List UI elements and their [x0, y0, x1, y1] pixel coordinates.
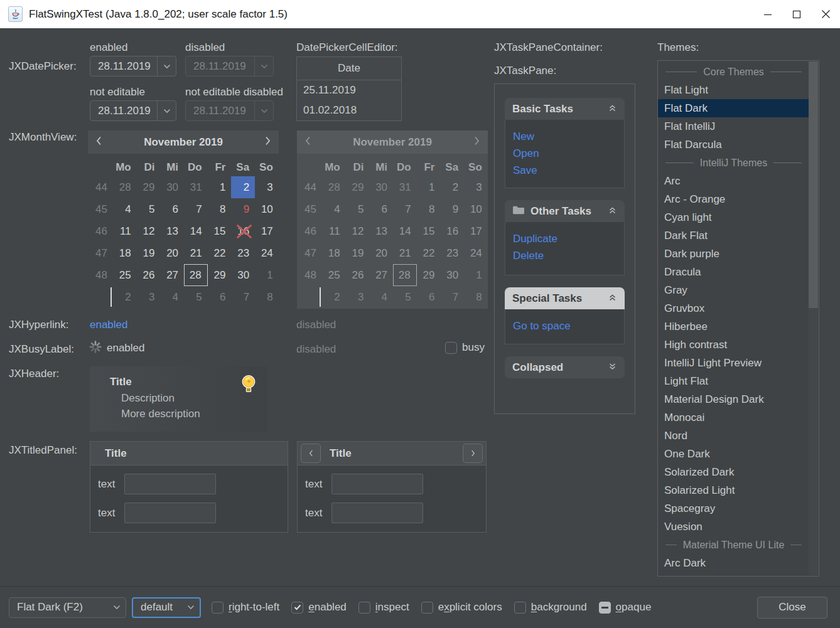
theme-list-item[interactable]: Dark purple [658, 245, 809, 263]
taskpane-action-link[interactable]: Go to space [513, 317, 617, 334]
busy-checkbox-box[interactable] [445, 342, 457, 354]
checkbox-right-to-left[interactable]: right-to-left [212, 601, 279, 614]
calendar-day-cell[interactable]: 2 [231, 176, 255, 198]
calendar-day-cell[interactable]: 1 [255, 264, 279, 286]
taskpane-header[interactable]: Collapsed [505, 356, 625, 378]
calendar-day-cell[interactable]: 4 [160, 286, 184, 308]
calendar-day-cell[interactable]: 20 [160, 242, 184, 264]
theme-combobox[interactable]: Flat Dark (F2) [9, 597, 126, 618]
calendar-day-cell[interactable]: 7 [184, 198, 208, 220]
theme-list-item[interactable]: Cyan light [658, 208, 809, 226]
calendar-day-cell[interactable]: 5 [184, 286, 208, 308]
checkbox-box[interactable] [212, 602, 223, 614]
hyperlink-enabled[interactable]: enabled [90, 319, 128, 331]
calendar-day-cell[interactable]: 7 [231, 286, 255, 308]
calendar-day-cell[interactable]: 2 [113, 286, 137, 308]
checkbox-inspect[interactable]: inspect [358, 601, 409, 614]
calendar-day-cell[interactable]: 12 [137, 220, 161, 242]
calendar-day-cell[interactable]: 17 [255, 220, 279, 242]
checkbox-opaque[interactable]: opaque [599, 601, 652, 614]
theme-list-item[interactable]: Arc Dark [658, 554, 809, 572]
checkbox-box[interactable] [291, 602, 303, 614]
next-button[interactable] [463, 444, 483, 463]
taskpane-header[interactable]: Basic Tasks [505, 98, 625, 120]
theme-list-item[interactable]: Nord [658, 427, 809, 445]
theme-list-item[interactable]: Material Design Dark [658, 390, 809, 408]
theme-list-item[interactable]: Flat Darcula [658, 136, 809, 154]
calendar-day-cell[interactable]: 13 [160, 220, 184, 242]
theme-list-item[interactable]: Gray [658, 281, 809, 299]
theme-list-item[interactable]: Hiberbee [658, 317, 809, 336]
theme-list-item[interactable]: Flat IntelliJ [658, 117, 809, 136]
calendar-day-cell[interactable]: 30 [160, 176, 184, 198]
mode-combobox[interactable]: default [132, 597, 201, 618]
busy-checkbox[interactable]: busy [445, 341, 485, 354]
checkbox-box[interactable] [599, 602, 611, 614]
taskpane-action-link[interactable]: Delete [513, 247, 617, 264]
checkbox-explicit-colors[interactable]: explicit colors [421, 601, 502, 614]
theme-list-item[interactable]: Dracula [658, 263, 809, 281]
calendar-day-cell[interactable]: 5 [137, 198, 161, 220]
calendar-day-cell[interactable]: 6 [208, 286, 232, 308]
table-row[interactable]: 01.02.2018 [297, 100, 401, 120]
calendar-day-cell[interactable]: 18 [113, 242, 137, 264]
chevron-down-icon[interactable] [157, 56, 176, 76]
themes-scrollbar[interactable] [809, 61, 818, 575]
calendar-day-cell[interactable]: 19 [137, 242, 161, 264]
calendar-day-cell[interactable]: 1 [208, 176, 232, 198]
taskpane-header[interactable]: Special Tasks [505, 287, 625, 309]
calendar-day-cell[interactable]: 24 [255, 242, 279, 264]
calendar-day-cell[interactable]: 16 [231, 220, 255, 242]
close-button[interactable]: Close [757, 597, 827, 619]
theme-list-item[interactable]: Vuesion [658, 518, 809, 536]
text-input[interactable] [331, 503, 423, 523]
taskpane-action-link[interactable]: New [513, 128, 617, 145]
datepicker-combobox[interactable]: 28.11.2019 [90, 56, 176, 77]
checkbox-background[interactable]: background [514, 601, 587, 614]
theme-list-item[interactable]: Dark Flat [658, 226, 809, 245]
minimize-icon[interactable] [753, 0, 782, 28]
theme-list-item[interactable]: Arc [658, 172, 809, 190]
theme-list-item[interactable]: Arc Dark Contrast [658, 572, 809, 577]
calendar-day-cell[interactable]: 29 [137, 176, 161, 198]
calendar-day-cell[interactable]: 4 [113, 198, 137, 220]
checkbox-enabled[interactable]: enabled [291, 601, 347, 614]
themes-scrollbar-thumb[interactable] [809, 61, 818, 308]
theme-list-item[interactable]: Spacegray [658, 499, 809, 518]
calendar-day-cell[interactable]: 3 [255, 176, 279, 198]
theme-list-item[interactable]: IntelliJ Light Preview [658, 354, 809, 372]
chevron-left-icon[interactable] [96, 136, 102, 148]
text-input[interactable] [124, 503, 216, 523]
taskpane-action-link[interactable]: Duplicate [513, 230, 617, 247]
calendar-day-cell[interactable]: 31 [184, 176, 208, 198]
calendar-day-cell[interactable]: 9 [231, 198, 255, 220]
datepicker-combobox[interactable]: 28.11.2019 [90, 100, 176, 121]
calendar-day-cell[interactable]: 3 [137, 286, 161, 308]
theme-list-item[interactable]: One Dark [658, 445, 809, 463]
theme-list-item[interactable]: Solarized Light [658, 481, 809, 499]
chevron-right-icon[interactable] [265, 136, 271, 148]
calendar-day-cell[interactable]: 26 [137, 264, 161, 286]
calendar-day-cell[interactable]: 8 [208, 198, 232, 220]
prev-button[interactable] [301, 444, 321, 463]
theme-list-item[interactable]: Monocai [658, 408, 809, 427]
calendar-day-cell[interactable]: 6 [160, 198, 184, 220]
calendar-day-cell[interactable]: 15 [208, 220, 232, 242]
theme-list-item[interactable]: Light Flat [658, 372, 809, 390]
theme-list-item[interactable]: Flat Dark [658, 99, 809, 117]
theme-list-item[interactable]: Solarized Dark [658, 463, 809, 481]
calendar-day-cell[interactable]: 10 [255, 198, 279, 220]
checkbox-box[interactable] [514, 602, 526, 614]
taskpane-header[interactable]: Other Tasks [505, 200, 625, 222]
calendar-day-cell[interactable]: 8 [255, 286, 279, 308]
maximize-icon[interactable] [782, 0, 811, 28]
calendar-day-cell[interactable]: 14 [184, 220, 208, 242]
calendar-day-cell[interactable]: 27 [160, 264, 184, 286]
calendar-day-cell[interactable]: 22 [208, 242, 232, 264]
calendar-day-cell[interactable]: 28 [113, 176, 137, 198]
calendar-day-cell[interactable]: 21 [184, 242, 208, 264]
theme-list-item[interactable]: Arc - Orange [658, 190, 809, 208]
calendar-day-cell[interactable]: 11 [113, 220, 137, 242]
checkbox-box[interactable] [358, 602, 370, 614]
taskpane-action-link[interactable]: Save [513, 162, 617, 179]
